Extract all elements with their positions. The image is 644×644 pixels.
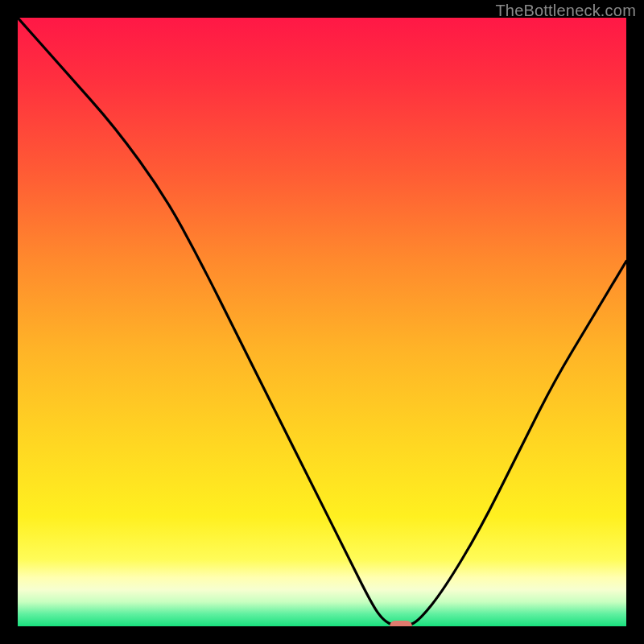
optimal-point-marker — [390, 621, 412, 626]
chart-frame: TheBottleneck.com — [0, 0, 644, 644]
watermark-text: TheBottleneck.com — [495, 2, 636, 20]
plot-area — [18, 18, 626, 626]
bottleneck-curve — [18, 18, 626, 626]
